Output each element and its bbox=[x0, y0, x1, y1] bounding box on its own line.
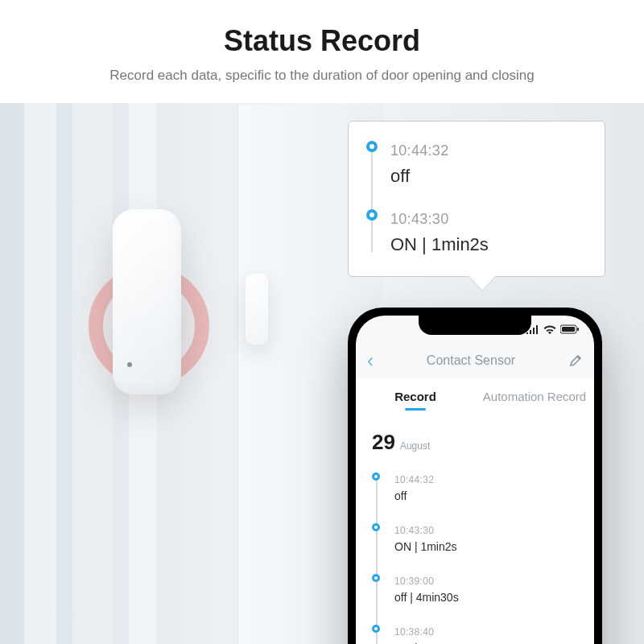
timeline-item: 10:44:32 off bbox=[388, 468, 578, 518]
timeline-time: 10:44:32 bbox=[394, 474, 578, 485]
battery-icon bbox=[560, 324, 580, 334]
app-header: ‹ Contact Sensor bbox=[356, 343, 594, 378]
timeline-dot-icon bbox=[372, 625, 380, 633]
back-icon[interactable]: ‹ bbox=[367, 351, 374, 370]
wifi-icon bbox=[543, 324, 556, 334]
timeline-item: 10:43:30 ON | 1min2s bbox=[388, 518, 578, 569]
page-subtitle: Record each data, specific to the durati… bbox=[0, 68, 644, 84]
timeline-state: off | 4min30s bbox=[394, 591, 578, 604]
phone-timeline[interactable]: 10:44:32 off 10:43:30 ON | 1min2s 10:39:… bbox=[356, 460, 594, 644]
page-header: Status Record Record each data, specific… bbox=[0, 0, 644, 84]
timeline-dot-icon bbox=[372, 523, 380, 531]
timeline-time: 10:38:40 bbox=[394, 626, 578, 638]
phone-screen: ‹ Contact Sensor Record Automation Recor… bbox=[356, 316, 594, 644]
timeline-time: 10:44:32 bbox=[390, 142, 588, 159]
timeline-state: off bbox=[390, 166, 588, 187]
date-day: 29 bbox=[372, 430, 395, 455]
timeline-dot-icon bbox=[372, 473, 380, 481]
door-sensor-body bbox=[113, 209, 181, 394]
app-title: Contact Sensor bbox=[427, 353, 515, 368]
sensor-led-icon bbox=[127, 362, 132, 367]
timeline-state: ON | 1min2s bbox=[394, 540, 578, 553]
timeline-dot-icon bbox=[366, 141, 378, 152]
timeline-state: off bbox=[394, 489, 578, 502]
timeline-time: 10:43:30 bbox=[394, 525, 578, 536]
date-month: August bbox=[400, 440, 430, 452]
edit-icon[interactable] bbox=[568, 353, 583, 368]
timeline-item: 10:39:00 off | 4min30s bbox=[388, 569, 578, 620]
door-sensor-magnet bbox=[246, 274, 268, 345]
timeline-dot-icon bbox=[372, 574, 380, 582]
timeline-item: 10:43:30 ON | 1min2s bbox=[384, 204, 588, 258]
timeline-state: ON | 1min2s bbox=[390, 234, 588, 255]
record-tabs: Record Automation Record bbox=[356, 378, 594, 422]
date-row: 29 August bbox=[356, 422, 594, 460]
phone-mockup: ‹ Contact Sensor Record Automation Recor… bbox=[348, 308, 602, 644]
timeline-item: 10:38:40 ON | 20s bbox=[388, 620, 578, 644]
timeline-time: 10:39:00 bbox=[394, 576, 578, 587]
page-title: Status Record bbox=[0, 24, 644, 58]
svg-rect-2 bbox=[577, 328, 579, 331]
phone-notch bbox=[419, 316, 531, 335]
timeline-time: 10:43:30 bbox=[390, 211, 588, 228]
record-callout: 10:44:32 off 10:43:30 ON | 1min2s bbox=[348, 121, 605, 277]
tab-record[interactable]: Record bbox=[356, 378, 475, 422]
timeline-item: 10:44:32 off bbox=[384, 136, 588, 204]
callout-timeline: 10:44:32 off 10:43:30 ON | 1min2s bbox=[366, 136, 588, 258]
svg-rect-1 bbox=[562, 327, 575, 332]
tab-label: Record bbox=[394, 390, 436, 403]
tab-label: Automation Record bbox=[483, 390, 586, 403]
tab-automation-record[interactable]: Automation Record bbox=[475, 378, 594, 422]
timeline-dot-icon bbox=[366, 209, 378, 221]
